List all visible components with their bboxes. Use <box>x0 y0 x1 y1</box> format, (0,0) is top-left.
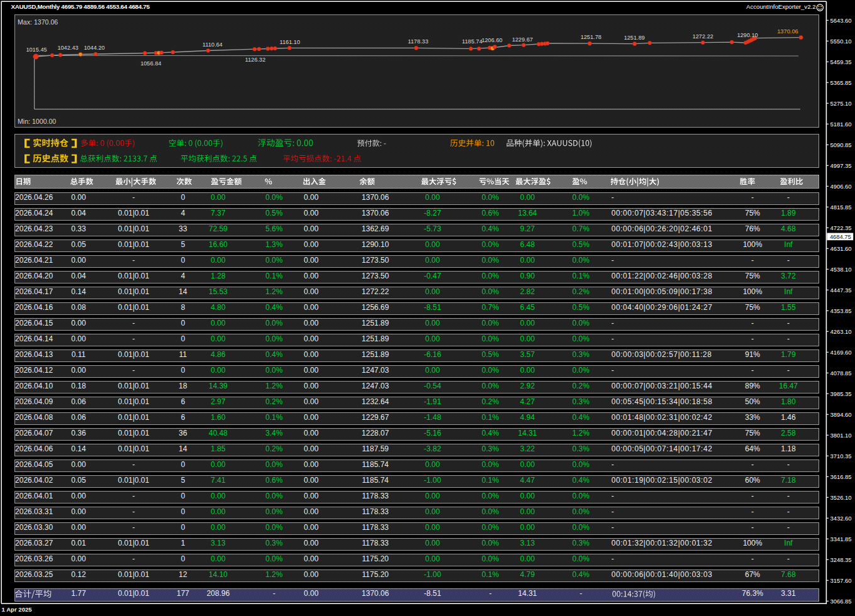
svg-text:3985.35: 3985.35 <box>830 390 852 397</box>
svg-text:XAUUSD,Monthly 4695.79 4889.5: XAUUSD,Monthly 4695.79 4889.56 4553.64 4… <box>11 3 150 10</box>
svg-text:3432.60: 3432.60 <box>830 515 852 522</box>
svg-text:4631.60: 4631.60 <box>830 245 852 252</box>
svg-text:4906.60: 4906.60 <box>830 183 852 190</box>
svg-text:5181.60: 5181.60 <box>830 121 852 128</box>
svg-text:4447.35: 4447.35 <box>830 287 852 294</box>
svg-text:AccountInfoExporter_v2.2: AccountInfoExporter_v2.2 <box>746 3 815 10</box>
svg-text:3248.35: 3248.35 <box>830 556 852 563</box>
svg-text:4263.10: 4263.10 <box>830 328 852 335</box>
svg-text:5550.10: 5550.10 <box>830 38 852 45</box>
svg-text:5090.85: 5090.85 <box>830 141 852 148</box>
svg-text:5275.10: 5275.10 <box>830 100 852 107</box>
svg-text:3710.35: 3710.35 <box>830 453 852 459</box>
svg-text:3616.85: 3616.85 <box>830 473 852 480</box>
svg-text:4997.35: 4997.35 <box>830 162 852 169</box>
svg-text:3526.10: 3526.10 <box>830 494 852 501</box>
svg-text:3801.10: 3801.10 <box>830 432 852 439</box>
svg-text:1 Apr 2025: 1 Apr 2025 <box>2 606 33 613</box>
svg-text:3894.60: 3894.60 <box>830 411 852 418</box>
svg-text:4078.85: 4078.85 <box>830 370 852 377</box>
svg-text:4353.85: 4353.85 <box>830 307 852 314</box>
svg-text:4684.75: 4684.75 <box>830 233 851 240</box>
svg-text:4815.85: 4815.85 <box>830 204 852 211</box>
svg-text:5459.35: 5459.35 <box>830 58 852 65</box>
svg-text:5643.60: 5643.60 <box>830 17 852 24</box>
svg-text:4538.10: 4538.10 <box>830 266 852 273</box>
svg-text:3341.85: 3341.85 <box>830 536 852 542</box>
svg-text:3157.60: 3157.60 <box>830 577 852 584</box>
svg-text:5365.85: 5365.85 <box>830 79 852 86</box>
svg-text:3066.85: 3066.85 <box>830 598 852 605</box>
svg-text:4722.35: 4722.35 <box>830 224 852 231</box>
svg-text:4169.60: 4169.60 <box>830 349 852 356</box>
